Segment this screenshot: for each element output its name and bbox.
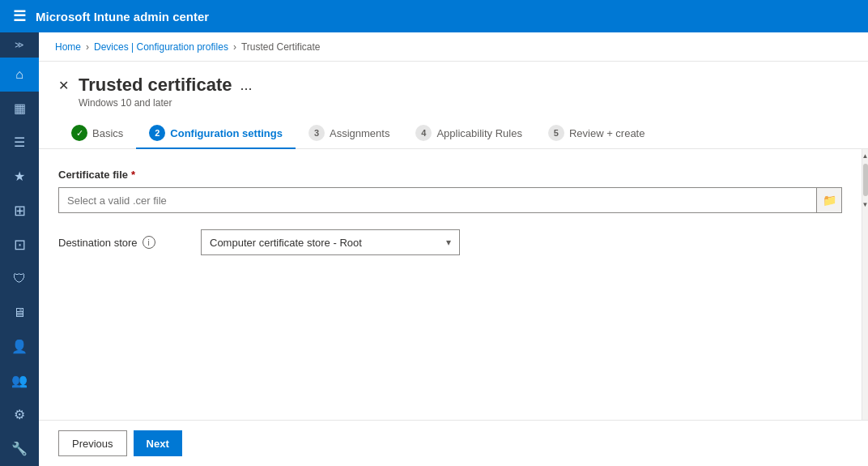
- required-indicator: *: [131, 169, 135, 181]
- tab-label-basics: Basics: [92, 127, 123, 139]
- sidebar-item-favorites[interactable]: ★: [0, 160, 39, 194]
- panel-title: Trusted certificate ...: [79, 75, 849, 96]
- sidebar-item-apps[interactable]: ⊡: [0, 228, 39, 262]
- tools-icon: 🔧: [11, 441, 28, 456]
- ellipsis-button[interactable]: ...: [240, 77, 253, 94]
- hamburger-icon[interactable]: ☰: [13, 7, 26, 25]
- sidebar-expand-btn[interactable]: ≫: [0, 32, 39, 58]
- destination-store-label: Destination store i: [58, 236, 188, 249]
- tab-label-config: Configuration settings: [170, 127, 283, 139]
- sidebar-item-users[interactable]: 👤: [0, 330, 39, 364]
- users-icon: 👤: [11, 339, 28, 354]
- breadcrumb-home[interactable]: Home: [55, 41, 81, 53]
- monitor-icon: 🖥: [13, 306, 26, 320]
- sidebar: ≫ ⌂ ▦ ☰ ★ ⊞ ⊡ 🛡 🖥 👤 👥 ⚙: [0, 32, 39, 466]
- sidebar-item-home[interactable]: ⌂: [0, 58, 39, 92]
- breadcrumb-sep-1: ›: [86, 41, 89, 53]
- tab-num-applicability: 4: [415, 125, 432, 141]
- breadcrumb-devices[interactable]: Devices | Configuration profiles: [94, 41, 228, 53]
- app-title: Microsoft Intune admin center: [36, 10, 209, 24]
- file-input-row: 📁: [58, 187, 842, 213]
- star-icon: ★: [14, 169, 25, 184]
- destination-store-dropdown[interactable]: Computer certificate store - Root ▾: [201, 229, 460, 255]
- previous-button[interactable]: Previous: [58, 430, 127, 456]
- breadcrumb-sep-2: ›: [233, 41, 236, 53]
- form-area: Certificate file * 📁 Des: [39, 149, 862, 420]
- panel-close-button[interactable]: ✕: [58, 78, 69, 93]
- top-bar: ☰ Microsoft Intune admin center: [0, 0, 868, 32]
- folder-icon: 📁: [823, 194, 836, 207]
- footer: Previous Next: [39, 420, 868, 466]
- panel-title-area: Trusted certificate ... Windows 10 and l…: [79, 75, 849, 109]
- certificate-file-group: Certificate file * 📁: [58, 169, 842, 213]
- tab-review-create[interactable]: 5 Review + create: [535, 118, 658, 149]
- tab-basics[interactable]: ✓ Basics: [58, 118, 136, 149]
- chevron-down-icon: ▾: [446, 237, 451, 248]
- main-content: Home › Devices | Configuration profiles …: [39, 32, 868, 466]
- tab-num-config: 2: [149, 125, 165, 141]
- groups-icon: 👥: [11, 373, 28, 388]
- tab-num-review: 5: [548, 125, 564, 141]
- dashboard-icon: ▦: [14, 100, 26, 116]
- home-icon: ⌂: [15, 67, 23, 82]
- devices-icon: ⊞: [14, 202, 26, 220]
- tab-check-basics: ✓: [71, 125, 87, 141]
- certificate-file-label: Certificate file *: [58, 169, 842, 181]
- sidebar-item-devices[interactable]: ⊞: [0, 194, 39, 228]
- list-icon: ☰: [14, 135, 25, 150]
- breadcrumb-current: Trusted Certificate: [241, 41, 321, 53]
- tab-label-applicability: Applicability Rules: [436, 127, 522, 139]
- sidebar-item-tools[interactable]: 🔧: [0, 432, 39, 466]
- panel: ✕ Trusted certificate ... Windows 10 and…: [39, 62, 868, 466]
- panel-title-text: Trusted certificate: [79, 75, 232, 96]
- sidebar-item-groups[interactable]: 👥: [0, 364, 39, 398]
- file-browse-button[interactable]: 📁: [816, 187, 842, 213]
- settings-icon: ⚙: [14, 407, 25, 422]
- apps-icon: ⊡: [14, 236, 26, 254]
- destination-store-group: Destination store i Computer certificate…: [58, 229, 842, 255]
- certificate-file-input[interactable]: [58, 187, 816, 213]
- panel-subtitle: Windows 10 and later: [79, 97, 849, 109]
- sidebar-item-list[interactable]: ☰: [0, 126, 39, 160]
- tab-label-review: Review + create: [569, 127, 645, 139]
- security-icon: 🛡: [13, 271, 26, 286]
- breadcrumb: Home › Devices | Configuration profiles …: [39, 32, 868, 62]
- scroll-up-button[interactable]: ▲: [862, 149, 868, 162]
- sidebar-item-dashboard[interactable]: ▦: [0, 92, 39, 126]
- scroll-thumb[interactable]: [863, 164, 868, 196]
- panel-header: ✕ Trusted certificate ... Windows 10 and…: [39, 62, 868, 109]
- sidebar-item-security[interactable]: 🛡: [0, 262, 39, 296]
- tab-configuration-settings[interactable]: 2 Configuration settings: [136, 118, 296, 149]
- sidebar-item-settings[interactable]: ⚙: [0, 398, 39, 432]
- content-with-scroll: Certificate file * 📁 Des: [39, 149, 868, 420]
- scroll-track: ▲ ▼: [862, 149, 868, 420]
- tab-label-assignments: Assignments: [330, 127, 389, 139]
- next-button[interactable]: Next: [134, 430, 182, 456]
- destination-store-value: Computer certificate store - Root: [210, 237, 362, 249]
- tab-applicability-rules[interactable]: 4 Applicability Rules: [402, 118, 535, 149]
- tab-num-assignments: 3: [308, 125, 325, 141]
- tabs-container: ✓ Basics 2 Configuration settings 3 Assi…: [39, 109, 868, 149]
- sidebar-item-monitor[interactable]: 🖥: [0, 296, 39, 330]
- scroll-down-button[interactable]: ▼: [862, 198, 868, 211]
- tab-assignments[interactable]: 3 Assignments: [296, 118, 402, 149]
- info-icon[interactable]: i: [143, 236, 155, 249]
